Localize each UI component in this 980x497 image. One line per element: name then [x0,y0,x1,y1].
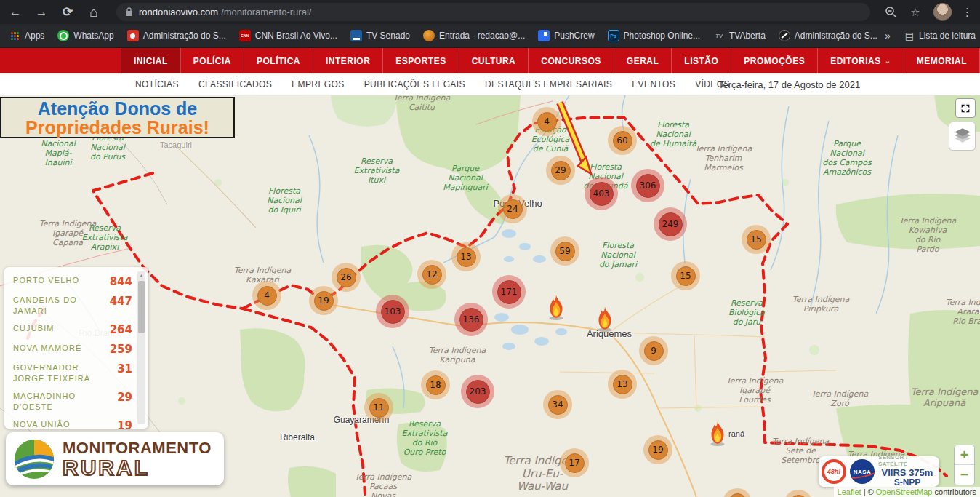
fullscreen-button[interactable] [955,98,976,118]
sensor-card: 48h! NASA SENSOR / SATÉLITE VIIRS 375m S… [819,456,939,487]
nav-inicial[interactable]: INICIAL [121,48,181,73]
fire-count-marker[interactable]: 13 [451,242,481,271]
address-bar[interactable]: rondoniaovivo.com/monitoramento-rural/ [116,3,870,21]
subnav-destaques-empresariais[interactable]: DESTAQUES EMPRESARIAIS [485,79,612,90]
home-icon[interactable]: ⌂ [86,5,102,19]
zoom-out-page-icon[interactable] [885,6,897,18]
fire-count-marker[interactable]: 17 [560,448,589,477]
fire-count-marker[interactable]: 103 [376,295,409,328]
fire-count-marker[interactable]: 15 [671,261,700,290]
city-row[interactable]: GOVERNADOR JORGE TEIXEIRA31 [13,362,132,384]
city-row[interactable]: NOVA UNIÃO19 [13,419,132,429]
city-row[interactable]: NOVA MAMORÉ259 [13,343,132,356]
fire-count-marker[interactable]: 403 [585,177,618,210]
primary-nav: INICIALPOLÍCIAPOLÍTICAINTERIORESPORTESCU… [0,48,980,73]
chevron-down-icon: ⌄ [885,57,891,65]
map-canvas[interactable]: FlorestaNacionalMapiá-InauiniFlorestaNac… [0,95,980,497]
fire-count-marker[interactable]: 12 [417,260,446,289]
fire-count-marker[interactable]: 9 [639,336,668,365]
bookmark-cnn[interactable]: CNNCNN Brasil Ao Vivo... [239,30,337,41]
nav-geral[interactable]: GERAL [614,48,672,73]
nasa-logo: NASA [850,459,875,484]
subnav-publicações-legais[interactable]: PUBLICAÇÕES LEGAIS [364,79,465,90]
bookmark-ps[interactable]: PsPhotoshop Online... [608,30,700,41]
bookmark-admin-red[interactable]: Administração do S... [127,30,226,41]
fire-count-marker[interactable]: 4 [252,281,281,310]
bookmark-tv-senado[interactable]: TV Senado [350,30,410,41]
fire-count-marker[interactable]: 19 [643,435,672,464]
nav-política[interactable]: POLÍTICA [244,48,313,73]
reload-icon[interactable]: ⟳ [60,6,76,18]
marker-value: 34 [548,395,568,415]
city-list: PORTO VELHO844CANDEIAS DO JAMARI447CUJUB… [13,275,132,429]
nav-memorial[interactable]: MEMORIAL [904,48,980,73]
fire-count-marker[interactable]: 4 [532,107,561,136]
bookmark-mail[interactable]: Entrada - redacao@... [423,30,525,41]
fire-count-marker[interactable] [784,490,813,497]
fire-count-marker[interactable]: 29 [546,156,575,185]
back-icon[interactable]: ← [7,6,23,18]
city-row[interactable]: CANDEIAS DO JAMARI447 [13,295,132,317]
bookmark-globe-dark[interactable]: Administração do S... [779,30,877,41]
leaflet-link[interactable]: Leaflet [838,488,861,496]
subnav-notícias[interactable]: NOTÍCIAS [135,79,179,90]
reading-list-label: Lista de leitura [919,31,976,41]
panel-scrollbar[interactable]: ▲ [137,271,145,424]
marker-value: 4 [257,286,277,306]
bookmark-pushcrew[interactable]: PushCrew [538,30,594,41]
forward-icon[interactable]: → [33,6,49,18]
city-row[interactable]: MACHADINHO D'OESTE29 [13,391,132,413]
city-row[interactable]: CUJUBIM264 [13,323,132,336]
nav-listão[interactable]: LISTÃO [672,48,731,73]
bookmarks-overflow-icon[interactable]: » [885,30,891,41]
fire-count-marker[interactable]: 15 [742,225,771,254]
fire-count-marker[interactable]: 24 [498,194,527,223]
nav-polícia[interactable]: POLÍCIA [181,48,244,73]
subnav-eventos[interactable]: EVENTOS [632,79,675,90]
layers-button[interactable] [949,122,976,151]
bookmark-label: Photoshop Online... [624,31,700,41]
fire-count-marker[interactable]: 171 [492,275,526,309]
reading-list-button[interactable]: ▤ Lista de leitura [905,31,976,41]
menu-dots-icon[interactable]: ⋮ [962,6,973,19]
bookmark-label: PushCrew [554,31,594,41]
url-domain: rondoniaovivo.com [139,7,218,17]
nav-concursos[interactable]: CONCURSOS [529,48,614,73]
fire-count-marker[interactable]: 26 [332,263,361,292]
scrollbar-thumb[interactable] [138,281,145,333]
fire-count-marker[interactable]: 34 [543,390,572,419]
fire-count-marker[interactable] [723,488,752,497]
marker-value: 60 [613,131,632,151]
fire-count-marker[interactable]: 18 [421,370,450,399]
layers-icon [953,127,972,146]
fire-count-marker[interactable]: 306 [631,169,664,202]
city-name: CANDEIAS DO JAMARI [13,295,102,317]
fire-count-marker[interactable]: 19 [309,286,338,315]
fire-count-marker[interactable]: 13 [608,370,637,399]
osm-link[interactable]: OpenStreetMap [876,488,933,496]
bookmark-star-icon[interactable]: ☆ [907,7,923,17]
fire-count-marker[interactable]: 11 [364,393,393,422]
scroll-up-icon[interactable]: ▲ [137,273,145,279]
fire-count-marker[interactable]: 203 [461,375,494,408]
bookmark-whatsapp[interactable]: WhatsApp [57,30,113,41]
browser-window: ← → ⟳ ⌂ rondoniaovivo.com/monitoramento-… [0,0,980,497]
bookmark-tv-gray[interactable]: TVTVAberta [713,30,766,41]
nav-promoções[interactable]: PROMOÇÕES [731,48,818,73]
fire-count-marker[interactable]: 136 [454,303,488,336]
city-row[interactable]: PORTO VELHO844 [13,275,132,288]
nav-esportes[interactable]: ESPORTES [383,48,459,73]
zoom-in-button[interactable]: + [955,445,974,465]
bookmark-apps[interactable]: Apps [9,30,44,41]
subnav-empregos[interactable]: EMPREGOS [292,79,345,90]
subnav-classificados[interactable]: CLASSIFICADOS [198,79,272,90]
nav-interior[interactable]: INTERIOR [313,48,383,73]
fire-count-marker[interactable]: 59 [550,236,579,266]
zoom-out-button[interactable]: − [955,465,974,485]
secondary-nav-items: NOTÍCIASCLASSIFICADOSEMPREGOSPUBLICAÇÕES… [0,79,730,90]
nav-editorias[interactable]: EDITORIAS⌄ [818,48,904,73]
fire-count-marker[interactable]: 60 [608,126,637,155]
fire-count-marker[interactable]: 249 [654,207,687,241]
avatar[interactable] [933,3,952,21]
nav-cultura[interactable]: CULTURA [459,48,529,73]
